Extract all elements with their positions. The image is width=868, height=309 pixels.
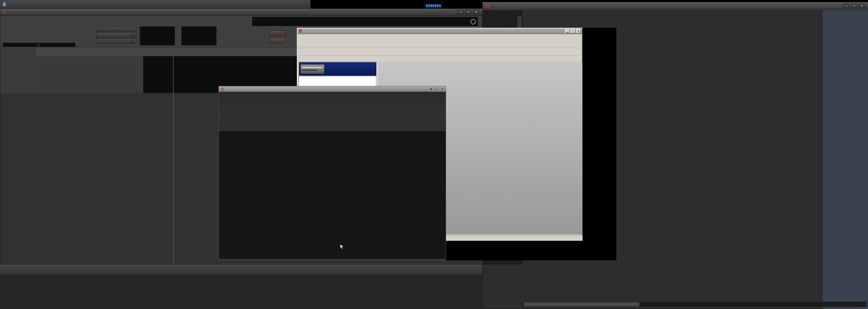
ruler-label-column [35, 56, 143, 93]
carla-tabs [219, 123, 446, 131]
timecode-clock[interactable] [140, 26, 175, 46]
emux-toolbar-1 [298, 39, 583, 48]
close-button[interactable]: × [576, 29, 581, 33]
follow-edits-led [131, 34, 134, 37]
minimize-button[interactable]: ▁ [565, 29, 570, 33]
carla-rack [219, 131, 446, 259]
wine-app-icon [299, 29, 302, 33]
transport-footer[interactable]: ▷ [3, 43, 76, 47]
status-line [252, 17, 478, 26]
carla-menubar [220, 105, 371, 110]
carla-titlebar[interactable]: ▲ □ × [219, 86, 446, 92]
minimize-button[interactable]: ─ [457, 10, 464, 14]
maximize-button[interactable]: □ [436, 87, 438, 90]
punch-out-button[interactable] [270, 37, 286, 43]
emux-menubar [298, 34, 509, 39]
auto-return-button[interactable] [96, 38, 136, 44]
panel-gray-section [0, 0, 310, 8]
device-image [301, 64, 324, 74]
carla-toolbar [219, 110, 446, 123]
mouse-cursor [340, 244, 344, 250]
desktop: ─ □ × ▷ [0, 0, 868, 309]
editor-titlebar[interactable]: ─ □ × [0, 9, 483, 16]
follow-edits-button[interactable] [96, 32, 136, 38]
editor-menubar [1, 16, 213, 22]
auto-return-led [131, 40, 134, 43]
error-indicator-icon[interactable] [470, 19, 476, 24]
shade-button[interactable]: ▲ [430, 87, 433, 90]
ardour-logo-icon [2, 10, 7, 14]
emux-toolbar-2 [298, 48, 583, 56]
close-button[interactable]: × [473, 10, 479, 14]
play-marker-icon: ▷ [38, 43, 40, 47]
taskbar [0, 265, 482, 275]
maximize-button[interactable]: □ [465, 10, 472, 14]
plugin-banner [299, 62, 377, 76]
hscrollbar-thumb[interactable] [524, 302, 639, 306]
playhead[interactable] [173, 56, 174, 265]
carla-window: ▲ □ × [218, 86, 446, 260]
selection-clocks [232, 26, 287, 46]
bbt-clock[interactable] [181, 26, 217, 46]
master-strip [822, 10, 868, 309]
mixer-hscrollbar[interactable]: › [523, 302, 867, 307]
ardour-logo-icon [220, 87, 224, 91]
carla-preset-row [219, 92, 446, 105]
emux-titlebar[interactable]: ▁ □ × [298, 28, 582, 34]
sync-source-button[interactable] [96, 26, 136, 32]
hscrollbar-right-arrow[interactable]: › [862, 302, 866, 306]
close-button[interactable]: × [441, 87, 443, 90]
punch-in-button[interactable] [270, 30, 286, 36]
maximize-button[interactable]: □ [570, 29, 575, 33]
monitor-graph-icon[interactable] [424, 1, 443, 8]
